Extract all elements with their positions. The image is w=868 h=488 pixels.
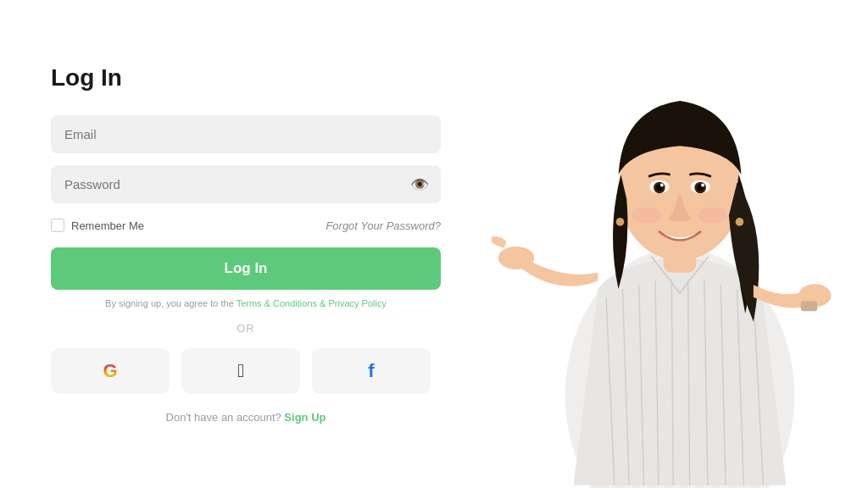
login-form-panel: Log In 👁️ Remember Me Forgot Your Passwo… (0, 0, 492, 488)
svg-point-7 (660, 184, 664, 187)
remember-me-checkbox[interactable] (51, 219, 64, 232)
person-illustration (492, 0, 868, 488)
facebook-icon: f (368, 360, 374, 382)
svg-rect-16 (801, 302, 817, 312)
apple-login-button[interactable]:  (181, 348, 300, 394)
svg-point-13 (698, 208, 727, 224)
google-icon: G (103, 360, 117, 382)
form-options-row: Remember Me Forgot Your Password? (51, 219, 441, 232)
facebook-login-button[interactable]: f (312, 348, 431, 394)
login-button[interactable]: Log In (51, 247, 441, 290)
or-divider: OR (51, 322, 441, 335)
forgot-password-link[interactable]: Forgot Your Password? (326, 219, 441, 232)
toggle-password-icon[interactable]: 👁️ (410, 175, 429, 194)
signup-prompt: Don't have an account? Sign Up (51, 411, 441, 424)
password-input[interactable] (51, 165, 441, 203)
email-field-group (51, 115, 441, 153)
password-field-group: 👁️ (51, 165, 441, 203)
hero-image-panel (492, 0, 868, 488)
svg-point-17 (616, 218, 625, 226)
social-login-buttons: G  f (51, 348, 441, 394)
svg-point-12 (632, 208, 662, 224)
remember-me-text: Remember Me (71, 219, 144, 232)
svg-point-14 (498, 247, 534, 269)
email-input[interactable] (51, 115, 441, 153)
svg-point-11 (701, 184, 704, 187)
signup-link[interactable]: Sign Up (284, 411, 326, 424)
svg-point-18 (736, 218, 744, 226)
google-login-button[interactable]: G (51, 348, 170, 394)
apple-icon:  (237, 360, 244, 382)
terms-link[interactable]: Terms & Conditions & Privacy Policy (236, 298, 387, 308)
remember-me-label[interactable]: Remember Me (51, 219, 144, 232)
page-title: Log In (51, 64, 441, 92)
terms-text: By signing up, you agree to the Terms & … (51, 298, 441, 308)
